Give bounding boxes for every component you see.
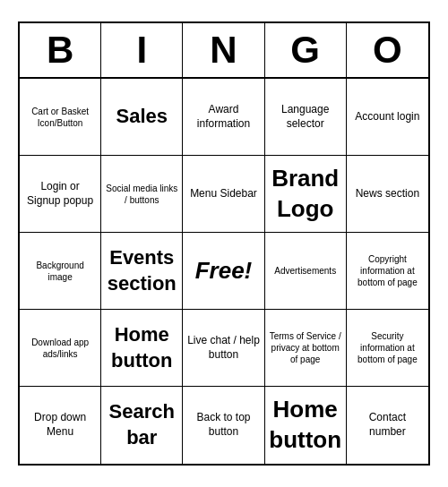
bingo-cell-13: Advertisements [265,233,347,310]
bingo-cell-14: Copyright information at bottom of page [347,233,428,310]
bingo-cell-16: Home button [101,310,183,387]
bingo-cell-11: Events section [101,233,183,310]
bingo-cell-5: Login or Signup popup [20,156,101,233]
bingo-cell-1: Sales [101,79,183,156]
bingo-letter-b: B [20,23,101,77]
bingo-letter-i: I [101,23,183,77]
bingo-cell-15: Download app ads/links [20,310,101,387]
bingo-cell-8: Brand Logo [265,156,347,233]
bingo-cell-22: Back to top button [183,387,264,464]
bingo-cell-0: Cart or Basket Icon/Button [20,79,101,156]
bingo-cell-23: Home button [265,387,347,464]
bingo-cell-17: Live chat / help button [183,310,264,387]
bingo-letter-n: N [183,23,264,77]
bingo-cell-9: News section [347,156,428,233]
bingo-cell-7: Menu Sidebar [183,156,264,233]
bingo-cell-24: Contact number [347,387,428,464]
bingo-card: BINGO Cart or Basket Icon/ButtonSalesAwa… [18,21,430,466]
bingo-header: BINGO [20,23,428,79]
bingo-letter-o: O [347,23,428,77]
bingo-cell-4: Account login [347,79,428,156]
bingo-cell-19: Security information at bottom of page [347,310,428,387]
bingo-cell-2: Award information [183,79,264,156]
bingo-cell-3: Language selector [265,79,347,156]
bingo-grid: Cart or Basket Icon/ButtonSalesAward inf… [20,79,428,464]
bingo-cell-12: Free! [183,233,264,310]
bingo-cell-6: Social media links / buttons [101,156,183,233]
bingo-letter-g: G [265,23,347,77]
bingo-cell-10: Background image [20,233,101,310]
bingo-cell-18: Terms of Service / privacy at bottom of … [265,310,347,387]
bingo-cell-20: Drop down Menu [20,387,101,464]
bingo-cell-21: Search bar [101,387,183,464]
